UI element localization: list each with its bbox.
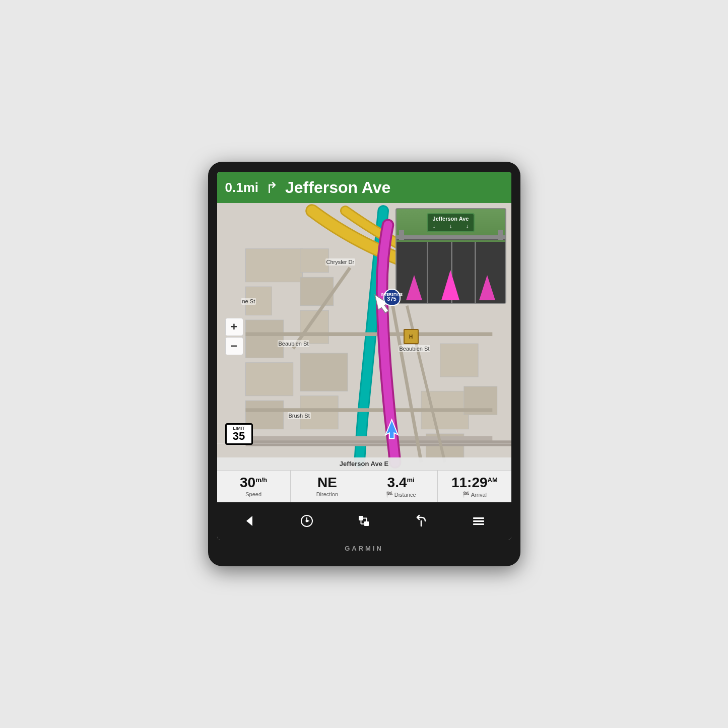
interstate-number: 375	[387, 296, 396, 302]
stat-speed-value: 30m/h	[219, 476, 288, 490]
clock-button[interactable]	[292, 508, 322, 534]
current-street-bar: Jefferson Ave E	[217, 457, 511, 470]
street-label-beaubien-right: Beaubien St	[399, 345, 431, 352]
back-button[interactable]	[234, 508, 264, 534]
turn-button[interactable]	[406, 508, 436, 534]
svg-rect-30	[359, 516, 363, 520]
stats-bar: 30m/h Speed NE Direction 3.4mi 🏁 Distanc…	[217, 470, 511, 502]
nav-street-name: Jefferson Ave	[285, 178, 390, 197]
stat-direction: NE Direction	[291, 471, 364, 502]
distance-unit: mi	[243, 180, 258, 195]
bottom-toolbar	[217, 502, 511, 540]
stat-direction-label: Direction	[293, 491, 362, 497]
speed-limit-value: 35	[228, 431, 250, 442]
stat-distance-value: 3.4mi	[366, 476, 435, 490]
junction-sign-text: Jefferson Ave	[433, 216, 469, 222]
speed-limit-sign: LIMIT 35	[225, 423, 253, 445]
stat-arrival: 11:29AM 🏁 Arrival	[438, 471, 511, 502]
stat-arrival-label: 🏁 Arrival	[440, 491, 509, 498]
poi-history-channel: H	[404, 329, 419, 344]
junction-sign: Jefferson Ave ↓ ↓ ↓	[427, 213, 475, 232]
interstate-shield: INTERSTATE 375	[383, 289, 401, 306]
stat-direction-value: NE	[293, 476, 362, 490]
junction-route-arrows	[396, 270, 505, 300]
menu-button[interactable]	[464, 508, 494, 534]
stat-speed-label: Speed	[219, 491, 288, 497]
junction-view: Jefferson Ave ↓ ↓ ↓	[395, 208, 506, 304]
svg-rect-4	[245, 363, 293, 396]
svg-rect-6	[300, 249, 328, 273]
stat-distance: 3.4mi 🏁 Distance	[364, 471, 438, 502]
garmin-brand: GARMIN	[217, 545, 511, 552]
flag-icon-distance: 🏁	[386, 491, 393, 498]
svg-rect-39	[473, 523, 484, 525]
street-label-beaubien-left: Beaubien St	[278, 340, 310, 347]
device-screen: 0.1mi ↱ Jefferson Ave	[217, 172, 511, 540]
stat-speed: 30m/h Speed	[217, 471, 291, 502]
svg-rect-38	[473, 520, 484, 522]
svg-rect-37	[473, 517, 484, 519]
map-area[interactable]: Jefferson Ave ↓ ↓ ↓ Chrysler Dr ne St Be	[217, 203, 511, 470]
svg-rect-31	[364, 521, 369, 526]
stat-distance-label: 🏁 Distance	[366, 491, 435, 498]
stat-arrival-value: 11:29AM	[440, 476, 509, 490]
svg-rect-3	[245, 320, 283, 358]
svg-rect-13	[440, 344, 478, 377]
zoom-in-button[interactable]: +	[225, 318, 243, 336]
street-label-ne-st: ne St	[241, 298, 256, 305]
svg-marker-25	[246, 516, 252, 526]
pink-arrow-center	[441, 270, 459, 300]
zoom-controls: + −	[225, 318, 243, 355]
pink-arrow-left	[406, 275, 422, 300]
garmin-device: 0.1mi ↱ Jefferson Ave	[208, 162, 520, 566]
street-label-chrysler: Chrysler Dr	[325, 258, 356, 266]
turn-arrow-icon: ↱	[266, 179, 278, 196]
svg-rect-9	[300, 353, 347, 391]
pink-arrow-right	[479, 275, 495, 300]
svg-rect-7	[300, 277, 333, 306]
route-button[interactable]	[349, 508, 379, 534]
flag-icon-arrival: 🏁	[462, 491, 470, 498]
nav-header: 0.1mi ↱ Jefferson Ave	[217, 172, 511, 203]
nav-distance: 0.1mi	[225, 180, 259, 195]
svg-rect-1	[245, 249, 302, 282]
street-label-brush: Brush St	[288, 412, 311, 419]
junction-sign-arrows: ↓ ↓ ↓	[433, 223, 469, 230]
zoom-out-button[interactable]: −	[225, 337, 243, 355]
distance-value: 0.1	[225, 180, 243, 195]
svg-point-29	[306, 520, 307, 522]
